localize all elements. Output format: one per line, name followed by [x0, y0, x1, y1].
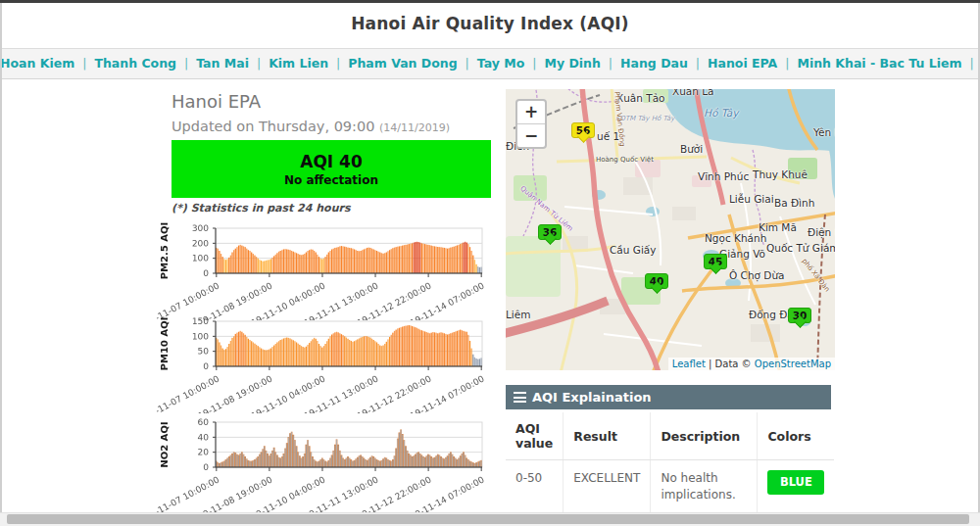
map-place-label: KĐTM Tây Hồ Tây [615, 115, 674, 122]
stats-note: (*) Statistics in past 24 hours [172, 202, 350, 215]
map-place-label: Yên Ph [813, 126, 835, 138]
table-cell: 0-50 [506, 460, 564, 515]
nav-link[interactable]: Minh Khai - Bac Tu Liem [797, 56, 961, 71]
scrollbar-thumb[interactable] [7, 514, 969, 524]
map-place-label: Ngọc Khánh [705, 232, 766, 244]
nav-link[interactable]: Tan Mai [196, 56, 249, 71]
map-place-label: Hồ Tây [704, 107, 739, 119]
map-place-label: Hoàng Quốc Việt [596, 156, 654, 164]
map-place-label: Quốc Tử Giám [766, 242, 835, 254]
zoom-out-button[interactable]: − [517, 124, 545, 147]
page-left-border [0, 3, 2, 526]
updated-prefix: Updated on Thursday, 09:00 [172, 119, 379, 134]
nav-link[interactable]: Hanoi EPA [708, 56, 777, 71]
map-place-label: Xuân La [672, 89, 714, 97]
nav-link[interactable]: Tay Mo [477, 56, 525, 71]
map-place-label: Đống Đa [749, 309, 794, 320]
nav-link[interactable]: Hang Dau [620, 56, 688, 71]
map-place-label: Liễu Giai [729, 193, 774, 205]
table-cell: EXCELLENT [564, 460, 651, 515]
page-title: Hanoi Air Quality Index (AQI) [0, 14, 980, 33]
aqi-explanation-title: AQI Explaination [532, 390, 652, 405]
nav-separator: | [176, 56, 196, 71]
leaflet-link[interactable]: Leaflet [672, 359, 706, 369]
pm10-chart [157, 315, 490, 413]
map-place-label: Liêm [506, 309, 530, 320]
aqi-map-marker[interactable]: 45 [704, 254, 727, 269]
table-column-header: Colors [758, 412, 835, 460]
table-cell: BLUE [758, 460, 835, 515]
aqi-map-marker[interactable]: 40 [645, 273, 668, 289]
osm-link[interactable]: OpenStreetMap [755, 359, 831, 369]
color-chip: BLUE [767, 470, 824, 495]
updated-date: (14/11/2019) [379, 121, 450, 134]
map-place-label: Cầu Giấy [610, 244, 656, 256]
aqi-summary-box: AQI 40 No affectation [172, 140, 491, 198]
aqi-map-marker[interactable]: 36 [538, 224, 562, 240]
nav-separator: | [524, 56, 544, 71]
station-nav: Hoan Kiem | Thanh Cong | Tan Mai | Kim L… [0, 48, 980, 79]
map-place-label: Bưởi [680, 143, 703, 155]
table-cell: No health implications. [651, 460, 758, 515]
no2-chart [157, 416, 490, 514]
aqi-value: AQI 40 [300, 152, 363, 171]
page: Hanoi Air Quality Index (AQI) Hoan Kiem … [0, 0, 980, 526]
nav-separator: | [328, 56, 348, 71]
map-attribution: Leaflet | Data © OpenStreetMap [668, 358, 835, 370]
horizontal-scrollbar [0, 512, 980, 526]
aqi-status: No affectation [284, 173, 378, 187]
pm25-chart [157, 222, 490, 320]
map-place-label: Vĩnh Phúc [698, 170, 749, 182]
table-header-row: AQI valueResultDescriptionColors [506, 412, 834, 460]
table-column-header: Description [651, 412, 758, 460]
nav-link[interactable]: Hoan Kiem [0, 56, 74, 71]
zoom-in-button[interactable]: + [517, 101, 545, 124]
attribution-text: | Data © [706, 359, 755, 369]
table-column-header: AQI value [506, 412, 564, 460]
map-place-label: Thuy Khuê [753, 168, 808, 180]
nav-link[interactable]: My Dinh [544, 56, 600, 71]
nav-separator: | [601, 56, 620, 71]
nav-separator: | [458, 56, 477, 71]
nav-separator: | [249, 56, 269, 71]
map-place-label: Điện Biên [808, 226, 835, 238]
table-row: 0-50EXCELLENTNo health implications.BLUE [506, 460, 834, 515]
nav-separator: | [74, 56, 94, 71]
aqi-map-marker[interactable]: 30 [788, 308, 811, 323]
nav-link[interactable]: Kim Lien [269, 56, 328, 71]
map-place-label: Ô Chợ Dừa [729, 269, 785, 281]
map-zoom-control: + − [515, 99, 547, 149]
nav-separator: | [777, 56, 797, 71]
menu-icon [514, 390, 526, 406]
aqi-explanation-table: AQI valueResultDescriptionColors 0-50EXC… [506, 412, 834, 526]
updated-text: Updated on Thursday, 09:00 (14/11/2019) [172, 119, 450, 134]
aqi-map-marker[interactable]: 56 [571, 122, 595, 138]
table-column-header: Result [564, 412, 651, 460]
map-place-label: Ba Đình [774, 197, 814, 209]
station-name: Hanoi EPA [172, 91, 261, 112]
nav-separator: | [688, 56, 708, 71]
aqi-explanation-header: AQI Explaination [506, 385, 831, 409]
nav-link[interactable]: Thanh Cong [94, 56, 176, 71]
leaflet-map[interactable]: + − Xuân TảoXuân LaHồ TâyKĐTM Tây Hồ Tây… [506, 89, 835, 370]
map-place-label: Xuân Tảo [616, 92, 665, 104]
nav-link[interactable]: Pham Van Dong [348, 56, 457, 71]
